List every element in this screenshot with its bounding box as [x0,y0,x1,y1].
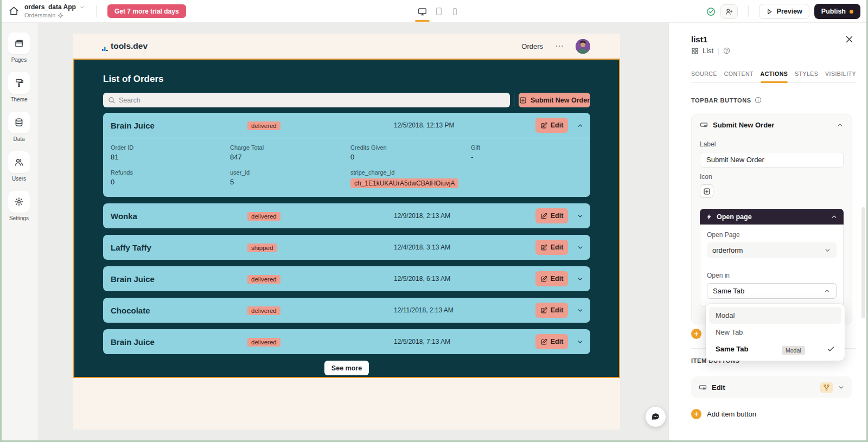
order-card-header: Brain Juicedelivered12/5/2018, 12:13 PME… [103,113,590,138]
icon-picker-button[interactable] [700,184,713,198]
info-icon[interactable] [755,97,762,104]
desktop-view-button[interactable] [418,0,427,23]
dropdown-option-new-tab[interactable]: New Tab [709,324,841,341]
chevron-down-icon[interactable] [577,276,584,283]
chevron-up-icon[interactable] [577,122,584,129]
tab-styles[interactable]: STYLES [795,66,818,82]
open-page-action: Open page Open Page orderform Open in Sa… [700,209,844,307]
tab-source[interactable]: SOURCE [691,66,717,82]
status-badge: delivered [247,275,280,284]
order-detail-field: Charge Total847 [230,144,350,161]
chevron-down-icon[interactable] [79,4,85,10]
detail-label: Refunds [111,169,230,176]
edit-order-button[interactable]: Edit [535,118,568,133]
sidebar-item-theme[interactable]: Theme [8,72,30,103]
trial-days-button[interactable]: Get 7 more trial days [107,4,186,18]
page-name[interactable]: Ordersmain [24,12,55,18]
chevron-up-icon[interactable] [831,213,838,220]
chevron-down-icon[interactable] [577,244,584,251]
submit-new-order-label: Submit New Order [531,97,590,104]
open-in-field-label: Open in [707,272,837,279]
order-details: Order ID81Charge Total847Credits Given0G… [103,138,590,197]
publish-button[interactable]: Publish [814,4,860,19]
edit-order-button[interactable]: Edit [535,334,568,349]
app-header: tools.dev Orders [73,34,620,59]
open-page-select[interactable]: orderform [707,242,837,258]
search-icon [108,97,115,104]
edit-card-title: Edit [712,383,815,392]
chevron-down-icon[interactable] [838,384,845,391]
action-flow-chip[interactable] [820,382,833,393]
monitor-icon [418,7,427,16]
order-detail-field: Credits Given0 [350,144,471,161]
dropdown-option-label: Same Tab [716,345,748,353]
chat-fab-button[interactable] [646,407,666,427]
mobile-view-button[interactable] [451,0,459,23]
chevron-down-icon[interactable] [577,338,584,345]
label-input[interactable] [700,152,844,168]
sidebar-item-pages[interactable]: Pages [8,33,30,63]
tab-actions[interactable]: ACTIONS [761,66,788,82]
submit-new-order-row[interactable]: Submit New Order [700,114,844,135]
left-sidebar: PagesThemeDataUsersSettings [0,23,38,442]
open-in-select[interactable]: Same Tab [707,283,837,299]
component-type: List [703,47,713,55]
topbar-button-card: Submit New Order Label Icon Open page Op… [691,114,852,324]
inspector-tabs: SOURCECONTENTACTIONSSTYLESVISIBILITY [691,66,856,83]
edit-icon [540,213,547,220]
order-card-header: Wonkadelivered12/9/2018, 2:13 AMEdit [103,203,590,228]
sidebar-item-users[interactable]: Users [8,151,30,182]
chevron-down-icon[interactable] [577,307,584,314]
tablet-view-button[interactable] [435,0,443,23]
submit-new-order-button[interactable]: Submit New Order [519,93,590,107]
see-more-button[interactable]: See more [324,361,369,375]
gear-icon[interactable] [58,12,63,18]
edit-order-button[interactable]: Edit [535,271,568,286]
scrollbar-thumb[interactable] [861,207,865,318]
detail-label: Gift [471,144,583,151]
preview-button[interactable]: Preview [759,4,809,19]
more-menu-icon[interactable] [555,42,564,50]
site-logo-text: tools.dev [111,41,148,51]
dropdown-option-modal[interactable]: Modal [709,307,841,324]
check-icon [827,345,835,353]
help-icon[interactable] [723,47,730,54]
dropdown-option-label: Modal [716,311,735,319]
order-date: 12/5/2018, 6:13 AM [394,275,535,283]
avatar[interactable] [576,39,590,54]
search-input[interactable] [119,97,505,104]
order-date: 12/11/2018, 2:13 AM [394,306,535,314]
home-icon[interactable] [9,6,19,16]
tab-content[interactable]: CONTENT [724,66,754,82]
divider [96,5,97,17]
detail-label: user_id [230,169,350,176]
item-edit-button-row[interactable]: Edit [691,376,852,398]
tab-visibility[interactable]: VISIBILITY [825,66,856,82]
sidebar-item-data[interactable]: Data [8,112,30,142]
edit-order-button[interactable]: Edit [535,240,568,255]
open-page-action-header[interactable]: Open page [700,209,844,225]
status-badge: delivered [247,121,280,130]
app-builder-window: orders_data App Ordersmain Get 7 more tr… [0,0,868,442]
app-name[interactable]: orders_data App [24,4,76,11]
builder-topbar: orders_data App Ordersmain Get 7 more tr… [0,0,868,23]
chevron-down-icon[interactable] [577,213,584,220]
pages-icon [8,33,30,54]
detail-value: 847 [230,153,350,161]
order-card-header: Chocolatedelivered12/11/2018, 2:13 AMEdi… [103,298,590,323]
order-detail-field: Gift- [471,144,583,161]
nav-orders-link[interactable]: Orders [521,42,543,50]
edit-order-button[interactable]: Edit [535,208,568,223]
add-item-button[interactable]: Add item button [691,409,756,419]
sidebar-item-settings[interactable]: Settings [8,191,30,221]
invite-user-button[interactable] [720,4,738,19]
edit-order-button[interactable]: Edit [535,303,568,318]
close-icon[interactable] [845,35,854,44]
order-name: Chocolate [111,306,247,315]
button-component-icon [700,121,708,129]
dropdown-option-same-tab[interactable]: Same Tab [709,341,841,357]
person-plus-icon [725,8,733,16]
detail-value: 5 [230,178,350,186]
chevron-up-icon[interactable] [837,121,844,129]
list-component-selected[interactable]: List of Orders Submit New Order Brain Ju… [73,59,620,378]
